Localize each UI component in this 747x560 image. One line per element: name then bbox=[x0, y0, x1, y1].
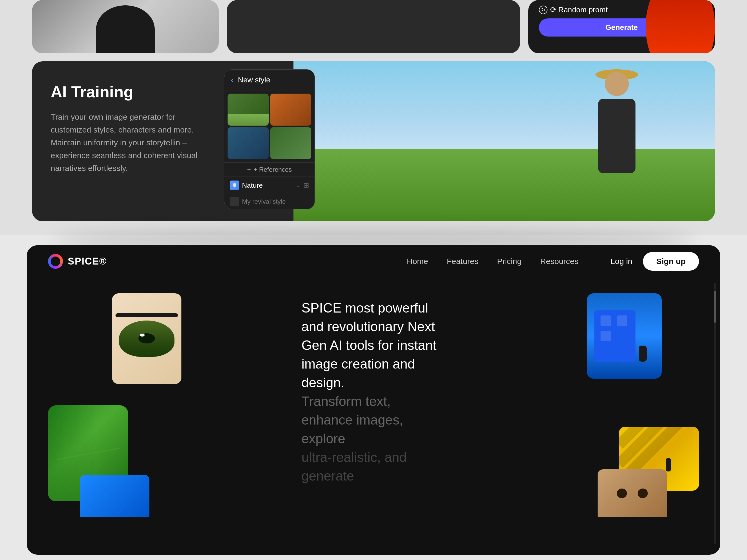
navbar: SPICE® Home Features Pricing Resources L… bbox=[27, 245, 720, 277]
eye-lashes bbox=[115, 313, 178, 317]
hero-person-container bbox=[293, 61, 715, 221]
revival-icon bbox=[230, 197, 239, 206]
face-eyes bbox=[612, 488, 653, 498]
plus-icon: + bbox=[247, 166, 251, 174]
building-person bbox=[639, 346, 647, 362]
ai-training-visual: ‹ New style + + References bbox=[224, 61, 715, 221]
face-eye-left bbox=[617, 488, 627, 498]
phone-header: ‹ New style bbox=[224, 70, 314, 90]
building-wall bbox=[594, 311, 636, 362]
logo-text: SPICE® bbox=[68, 256, 107, 267]
top-card-person bbox=[32, 0, 219, 53]
references-button[interactable]: + + References bbox=[224, 162, 314, 177]
top-card-generate: ↻ ⟳ Random promt Generate bbox=[528, 0, 715, 53]
logo[interactable]: SPICE® bbox=[48, 254, 107, 269]
building-detail bbox=[587, 293, 662, 379]
hero-person-figure bbox=[590, 72, 643, 174]
phone-mockup: ‹ New style + + References bbox=[224, 69, 315, 209]
nav-item-home[interactable]: Home bbox=[407, 257, 428, 266]
top-card-middle bbox=[227, 0, 520, 53]
hero-field bbox=[293, 149, 715, 221]
random-promt-text: ⟳ Random promt bbox=[550, 5, 608, 14]
hero-section: SPICE most powerful and revolutionary Ne… bbox=[27, 277, 720, 517]
building-window-3 bbox=[600, 331, 611, 341]
building-window-1 bbox=[600, 316, 611, 326]
phone-header-title: New style bbox=[238, 76, 270, 84]
random-icon: ↻ bbox=[539, 6, 547, 14]
grid-image-4 bbox=[270, 127, 311, 159]
grid-icon: ⊞ bbox=[303, 181, 309, 190]
grid-image-3 bbox=[228, 127, 269, 159]
phone-back-button[interactable]: ‹ bbox=[231, 75, 234, 85]
face-eye-right bbox=[638, 488, 647, 498]
hero-eye-image bbox=[112, 293, 181, 384]
bottom-partial-images bbox=[27, 464, 720, 517]
eye-highlight bbox=[140, 334, 145, 337]
signup-button[interactable]: Sign up bbox=[643, 252, 699, 271]
nav-actions: Log in Sign up bbox=[611, 252, 699, 271]
revival-row[interactable]: My revival style bbox=[224, 194, 314, 209]
bottom-face-image bbox=[598, 469, 667, 517]
grid-image-1 bbox=[228, 94, 269, 126]
person-silhouette bbox=[96, 5, 155, 53]
ai-training-desc: Train your own image generator for custo… bbox=[51, 111, 205, 175]
building-window-2 bbox=[617, 316, 627, 326]
nature-icon bbox=[230, 181, 239, 190]
top-section: ↻ ⟳ Random promt Generate AI Training Tr… bbox=[0, 0, 747, 235]
login-button[interactable]: Log in bbox=[611, 257, 632, 266]
references-label: + References bbox=[253, 166, 291, 174]
hero-background-image bbox=[293, 61, 715, 221]
nav-link-resources[interactable]: Resources bbox=[540, 257, 578, 266]
ai-training-title: AI Training bbox=[51, 83, 205, 101]
logo-icon bbox=[48, 254, 63, 269]
bottom-blue-image bbox=[80, 475, 149, 517]
hero-head bbox=[605, 72, 629, 96]
nav-item-features[interactable]: Features bbox=[447, 257, 478, 266]
nav-link-features[interactable]: Features bbox=[447, 257, 478, 266]
hero-building-image bbox=[587, 293, 662, 379]
top-row: ↻ ⟳ Random promt Generate bbox=[32, 0, 715, 53]
person-red-image bbox=[646, 0, 715, 53]
hero-title-faded: Transform text, enhance images, explore bbox=[302, 394, 403, 446]
nature-row[interactable]: Nature ⌄ ⊞ bbox=[224, 177, 314, 194]
ai-training-content: AI Training Train your own image generat… bbox=[32, 61, 224, 221]
nav-link-pricing[interactable]: Pricing bbox=[497, 257, 521, 266]
grid-image-2 bbox=[270, 94, 311, 126]
revival-label: My revival style bbox=[242, 198, 286, 205]
hero-title: SPICE most powerful and revolutionary Ne… bbox=[302, 299, 445, 485]
chevron-down-icon: ⌄ bbox=[296, 182, 301, 189]
hero-title-main: SPICE most powerful and revolutionary Ne… bbox=[302, 300, 436, 390]
nav-item-pricing[interactable]: Pricing bbox=[497, 257, 521, 266]
person-image bbox=[32, 0, 219, 53]
nav-links: Home Features Pricing Resources bbox=[407, 257, 579, 266]
eye-iris bbox=[119, 321, 175, 357]
spice-website: SPICE® Home Features Pricing Resources L… bbox=[27, 245, 720, 555]
nav-item-resources[interactable]: Resources bbox=[540, 257, 578, 266]
nature-label: Nature bbox=[242, 181, 293, 190]
phone-grid bbox=[224, 90, 314, 162]
ai-training-card: AI Training Train your own image generat… bbox=[32, 61, 715, 221]
hero-body bbox=[598, 99, 636, 174]
nav-link-home[interactable]: Home bbox=[407, 257, 428, 266]
